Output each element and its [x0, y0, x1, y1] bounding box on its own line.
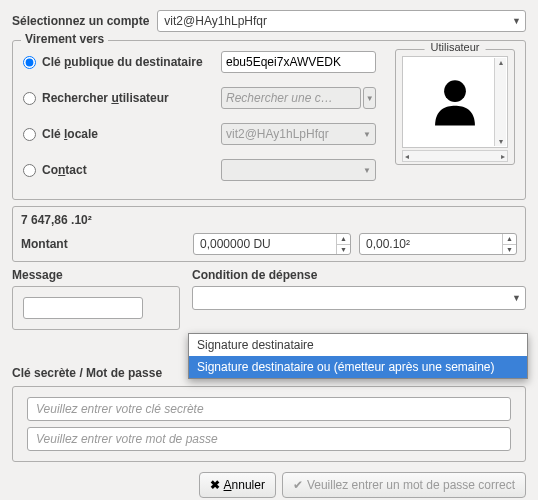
password-input[interactable]: [27, 427, 511, 451]
chevron-down-icon[interactable]: ▼: [503, 245, 516, 255]
avatar-area: ▴▾: [402, 56, 508, 148]
secret-key-input[interactable]: [27, 397, 511, 421]
vertical-scrollbar[interactable]: ▴▾: [494, 58, 506, 146]
check-icon: ✔: [293, 478, 303, 492]
radio-search-user[interactable]: Rechercher utilisateur: [23, 91, 213, 105]
local-key-combo: vit2@HAy1hLpHfqr ▼: [221, 123, 376, 145]
radio-local-key-input[interactable]: [23, 128, 36, 141]
submit-button: ✔ Veuillez entrer un mot de passe correc…: [282, 472, 526, 498]
close-icon: ✖: [210, 478, 220, 492]
condition-dropdown-list[interactable]: Signature destinataire Signature destina…: [188, 333, 528, 379]
transfer-to-legend: Virement vers: [21, 32, 108, 46]
user-preview-title: Utilisateur: [425, 41, 486, 53]
amount-exp-spinner[interactable]: 0,00.10² ▲▼: [359, 233, 517, 255]
search-user-combo: Rechercher une c… ▼: [221, 87, 376, 109]
amount-section: 7 647,86 .10² Montant 0,000000 DU ▲▼ 0,0…: [12, 206, 526, 262]
account-select[interactable]: vit2@HAy1hLpHfqr ▼: [157, 10, 526, 32]
user-preview-box: Utilisateur ▴▾ ◂▸: [395, 49, 515, 165]
account-select-value: vit2@HAy1hLpHfqr: [164, 14, 267, 28]
amount-label: Montant: [21, 237, 185, 251]
amount-exp-value: 0,00.10²: [360, 234, 502, 254]
radio-contact-label: Contact: [42, 163, 87, 177]
message-label: Message: [12, 268, 180, 282]
condition-option-1[interactable]: Signature destinataire ou (émetteur aprè…: [189, 356, 527, 378]
search-user-placeholder: Rechercher une c…: [226, 91, 333, 105]
radio-recipient-pubkey-label: Clé publique du destinataire: [42, 55, 203, 69]
cancel-button-label: Annuler: [224, 478, 265, 492]
radio-recipient-pubkey[interactable]: Clé publique du destinataire: [23, 55, 213, 69]
radio-contact[interactable]: Contact: [23, 163, 213, 177]
chevron-down-icon: ▼: [512, 16, 521, 26]
select-account-label: Sélectionnez un compte: [12, 14, 149, 28]
radio-recipient-pubkey-input[interactable]: [23, 56, 36, 69]
chevron-down-icon: ▼: [512, 293, 521, 303]
chevron-up-icon[interactable]: ▲: [337, 234, 350, 245]
available-balance: 7 647,86 .10²: [21, 213, 517, 227]
condition-label: Condition de dépense: [192, 268, 526, 282]
contact-combo: ▼: [221, 159, 376, 181]
radio-local-key[interactable]: Clé locale: [23, 127, 213, 141]
submit-button-label: Veuillez entrer un mot de passe correct: [307, 478, 515, 492]
radio-search-user-label: Rechercher utilisateur: [42, 91, 169, 105]
condition-select[interactable]: ▼: [192, 286, 526, 310]
chevron-down-icon: ▼: [363, 130, 371, 139]
cancel-button[interactable]: ✖ Annuler: [199, 472, 276, 498]
horizontal-scrollbar[interactable]: ◂▸: [402, 150, 508, 162]
radio-contact-input[interactable]: [23, 164, 36, 177]
svg-point-0: [444, 80, 466, 102]
transfer-to-fieldset: Virement vers Clé publique du destinatai…: [12, 40, 526, 200]
radio-search-user-input[interactable]: [23, 92, 36, 105]
chevron-down-icon: ▼: [363, 166, 371, 175]
radio-local-key-label: Clé locale: [42, 127, 98, 141]
recipient-pubkey-input[interactable]: [221, 51, 376, 73]
chevron-down-icon: ▼: [363, 87, 376, 109]
amount-du-spinner[interactable]: 0,000000 DU ▲▼: [193, 233, 351, 255]
person-icon: [426, 73, 484, 131]
chevron-up-icon[interactable]: ▲: [503, 234, 516, 245]
condition-option-0[interactable]: Signature destinataire: [189, 334, 527, 356]
message-input[interactable]: [23, 297, 143, 319]
amount-du-value: 0,000000 DU: [194, 234, 336, 254]
chevron-down-icon[interactable]: ▼: [337, 245, 350, 255]
local-key-value: vit2@HAy1hLpHfqr: [226, 127, 329, 141]
